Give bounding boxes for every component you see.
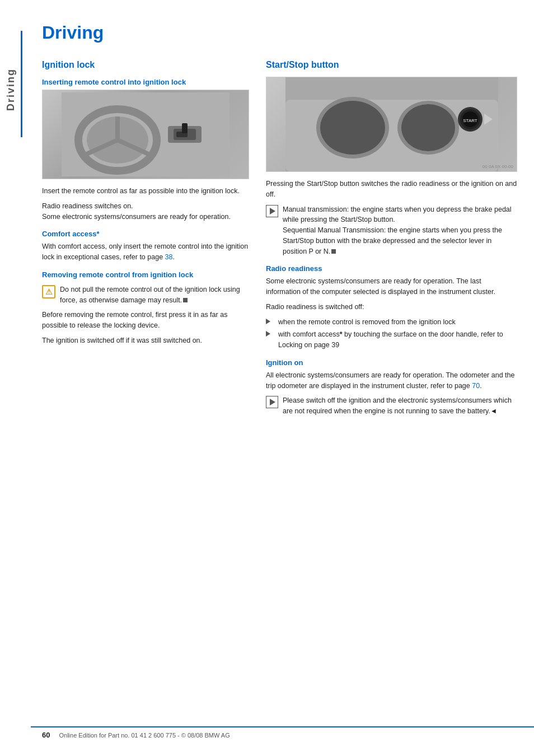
bullet-text-1: when the remote control is removed from …: [278, 317, 456, 328]
note-text-2: Please switch off the ignition and the e…: [283, 395, 517, 417]
warning-icon: ⚠: [42, 285, 55, 298]
steering-image-placeholder: [43, 90, 249, 179]
bullet-arrow-2: [266, 331, 274, 337]
warning-text: Do not pull the remote control out of th…: [60, 284, 249, 306]
page-title: Driving: [42, 22, 517, 43]
svg-text:START: START: [463, 118, 477, 123]
note-box-1: Manual transmission: the engine starts w…: [266, 204, 517, 257]
triangle-icon-1: [266, 205, 278, 217]
note-box-2: Please switch off the ignition and the e…: [266, 395, 517, 417]
note-icon-2: [266, 396, 278, 408]
svg-point-15: [401, 104, 455, 151]
removing-body1: Before removing the remote control, firs…: [42, 310, 249, 331]
warning-box: ⚠ Do not pull the remote control out of …: [42, 284, 249, 306]
bullet-item-2: with comfort access* by touching the sur…: [266, 329, 517, 351]
svg-rect-9: [182, 123, 188, 133]
start-stop-image-placeholder: START 00 0A 0X 00-00: [266, 77, 517, 171]
end-mark: [183, 298, 188, 302]
radio-readiness-off: Radio readiness is switched off:: [266, 302, 517, 312]
radio-readiness-bullets: when the remote control is removed from …: [266, 317, 517, 351]
radio-readiness-link[interactable]: 39: [331, 341, 339, 349]
start-stop-image: START 00 0A 0X 00-00: [266, 77, 517, 172]
triangle-inner-2: [270, 399, 275, 405]
two-column-layout: Ignition lock Inserting remote control i…: [42, 60, 517, 421]
sidebar-label: Driving: [0, 34, 21, 146]
image-watermark: 00 0A 0X 00-00: [483, 164, 513, 169]
ignition-lock-image: [42, 90, 249, 179]
sidebar-text: Driving: [5, 68, 17, 111]
svg-point-13: [320, 101, 385, 155]
ignition-on-link[interactable]: 70: [472, 382, 480, 390]
ignition-on-body: All electronic systems/consumers are rea…: [266, 370, 517, 391]
start-stop-heading: Start/Stop button: [266, 60, 517, 70]
note-icon-1: [266, 205, 278, 217]
footer-text: Online Edition for Part no. 01 41 2 600 …: [59, 732, 229, 739]
note-text-1: Manual transmission: the engine starts w…: [283, 204, 517, 257]
bullet-item-1: when the remote control is removed from …: [266, 317, 517, 328]
ignition-lock-heading: Ignition lock: [42, 60, 249, 70]
bullet-text-2: with comfort access* by touching the sur…: [278, 329, 517, 351]
page-container: Driving Driving Ignition lock Inserting …: [0, 0, 534, 756]
left-column: Ignition lock Inserting remote control i…: [42, 60, 249, 421]
radio-readiness-heading: Radio readiness: [266, 264, 517, 273]
right-column: Start/Stop button: [266, 60, 517, 421]
inserting-body1: Insert the remote control as far as poss…: [42, 186, 249, 197]
removing-heading: Removing remote control from ignition lo…: [42, 270, 249, 279]
comfort-access-body: With comfort access, only insert the rem…: [42, 241, 249, 263]
bullet-arrow-inner-2: [266, 331, 270, 337]
comfort-access-heading: Comfort access*: [42, 230, 249, 238]
removing-body2: The ignition is switched off if it was s…: [42, 335, 249, 346]
footer-content: 60 Online Edition for Part no. 01 41 2 6…: [42, 731, 517, 739]
inserting-body2: Radio readiness switches on.Some electro…: [42, 201, 249, 222]
triangle-inner-1: [270, 208, 275, 214]
page-footer: 60 Online Edition for Part no. 01 41 2 6…: [31, 726, 534, 739]
ignition-on-heading: Ignition on: [266, 358, 517, 367]
radio-readiness-body: Some electronic systems/consumers are re…: [266, 276, 517, 297]
page-number: 60: [42, 731, 50, 739]
bullet-arrow-inner-1: [266, 319, 270, 324]
end-mark-2: [331, 249, 336, 254]
sidebar-blue-line: [21, 31, 22, 137]
start-stop-body1: Pressing the Start/Stop button switches …: [266, 179, 517, 200]
inserting-heading: Inserting remote control into ignition l…: [42, 78, 249, 86]
triangle-icon-2: [266, 396, 278, 408]
bullet-arrow-1: [266, 319, 274, 324]
main-content: Driving Ignition lock Inserting remote c…: [31, 0, 534, 444]
comfort-access-link[interactable]: 38: [165, 253, 173, 261]
